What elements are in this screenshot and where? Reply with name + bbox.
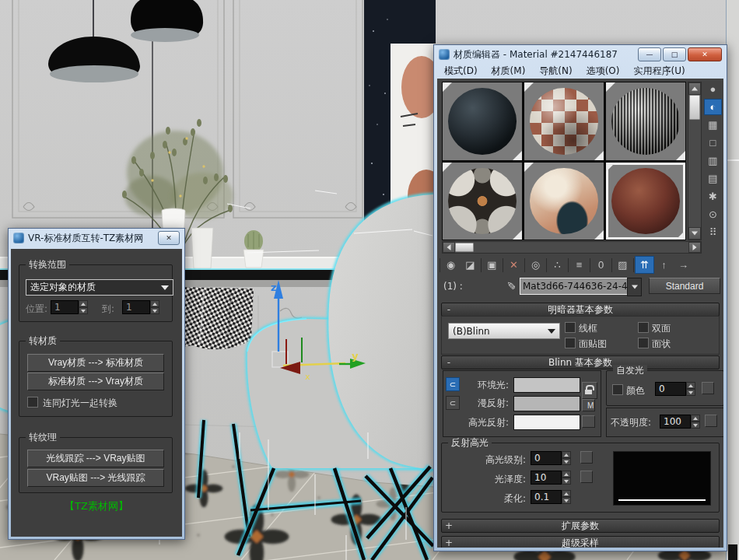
video-color-check-button[interactable]: ▥ bbox=[704, 152, 722, 169]
material-name-dropdown[interactable] bbox=[627, 278, 642, 296]
opacity-spinner[interactable]: 100 bbox=[660, 415, 700, 429]
color-group: ⊂ ⊂ 环境光: 漫反射: 高光反射: M bbox=[443, 370, 601, 437]
two-sided-checkbox[interactable] bbox=[638, 322, 649, 333]
scroll-up-button[interactable] bbox=[688, 82, 701, 95]
face-map-checkbox[interactable] bbox=[565, 338, 576, 348]
menu-options[interactable]: 选项(O) bbox=[580, 65, 627, 78]
pick-material-eyedropper[interactable]: ✐ bbox=[505, 276, 519, 295]
to-stepper[interactable] bbox=[150, 300, 159, 314]
position-field[interactable]: 1 bbox=[51, 300, 79, 314]
show-end-result-button[interactable]: ⇈ bbox=[635, 256, 654, 274]
generate-preview-button[interactable]: ▤ bbox=[704, 170, 722, 187]
to-spinner[interactable]: 1 bbox=[122, 300, 159, 314]
sample-type-button[interactable]: ● bbox=[704, 81, 722, 97]
options-button[interactable]: ✱ bbox=[704, 188, 722, 205]
self-illum-stepper[interactable] bbox=[686, 382, 695, 396]
opacity-stepper[interactable] bbox=[691, 415, 700, 429]
scroll-right-button[interactable] bbox=[688, 242, 701, 253]
position-spinner[interactable]: 1 bbox=[51, 300, 88, 314]
material-slot-2[interactable] bbox=[524, 82, 604, 160]
scroll-left-button[interactable] bbox=[443, 242, 455, 253]
tz-site-link[interactable]: 【TZ素材网】 bbox=[11, 499, 182, 513]
rollout-supersampling[interactable]: + 超级采样 bbox=[441, 536, 720, 548]
glossiness-stepper[interactable] bbox=[562, 471, 571, 485]
soften-field[interactable]: 0.1 bbox=[531, 490, 562, 504]
diffuse-specular-lock-button[interactable]: ⊂ bbox=[446, 396, 460, 410]
scroll-thumb[interactable] bbox=[689, 95, 700, 120]
material-id-channel-button[interactable]: 0 bbox=[591, 256, 611, 274]
slots-horizontal-scrollbar[interactable] bbox=[442, 241, 702, 254]
show-map-in-viewport-button[interactable]: ▨ bbox=[613, 256, 632, 274]
glossiness-field[interactable]: 10 bbox=[531, 471, 562, 485]
specular-map-button[interactable] bbox=[582, 415, 595, 428]
ambient-color-swatch[interactable] bbox=[513, 377, 580, 393]
sample-uv-tiling-button[interactable]: □ bbox=[704, 135, 722, 151]
menu-mode[interactable]: 模式(D) bbox=[437, 65, 485, 78]
wire-checkbox[interactable] bbox=[565, 322, 576, 333]
diffuse-map-button[interactable]: M bbox=[582, 399, 595, 411]
assign-material-to-selection-button[interactable]: ▣ bbox=[482, 256, 502, 274]
make-unique-button[interactable]: ∴ bbox=[548, 256, 567, 274]
faceted-checkbox[interactable] bbox=[638, 338, 649, 348]
vray-to-standard-button[interactable]: Vray材质 ---> 标准材质 bbox=[27, 354, 164, 372]
convert-lights-checkbox[interactable] bbox=[27, 397, 38, 408]
menu-navigation[interactable]: 导航(N) bbox=[532, 65, 579, 78]
menu-material[interactable]: 材质(M) bbox=[485, 65, 533, 78]
material-slot-6-active[interactable] bbox=[606, 163, 685, 240]
select-by-material-button[interactable]: ⊙ bbox=[704, 206, 722, 222]
material-type-button[interactable]: Standard bbox=[649, 278, 720, 294]
minimize-button[interactable]: — bbox=[638, 47, 661, 61]
go-forward-sibling-button[interactable]: → bbox=[674, 256, 693, 274]
backlight-button[interactable]: ◐ bbox=[704, 99, 722, 115]
glossiness-spinner[interactable]: 10 bbox=[531, 471, 571, 485]
rollout-extended-params[interactable]: + 扩展参数 bbox=[441, 519, 720, 533]
specular-level-field[interactable]: 0 bbox=[531, 451, 562, 465]
material-name-input[interactable]: Mat3d66-744636-24-4184 bbox=[520, 278, 633, 295]
lock-icon[interactable] bbox=[582, 382, 597, 399]
slots-vertical-scrollbar[interactable] bbox=[688, 82, 702, 240]
material-slot-1[interactable] bbox=[443, 82, 522, 160]
standard-to-vray-button[interactable]: 标准材质 ---> Vray材质 bbox=[27, 373, 164, 390]
go-to-parent-button[interactable]: ↑ bbox=[654, 256, 674, 274]
diffuse-color-swatch[interactable] bbox=[513, 396, 580, 411]
shader-type-dropdown[interactable]: (B)Blinn bbox=[448, 323, 560, 339]
background-button[interactable]: ▦ bbox=[704, 117, 722, 133]
dialog-titlebar[interactable]: VR-标准材质互转-TZ素材网 ✕ bbox=[9, 229, 184, 247]
range-dropdown[interactable]: 选定对象的材质 bbox=[26, 279, 173, 296]
material-slot-5[interactable] bbox=[524, 163, 604, 240]
specular-color-swatch[interactable] bbox=[513, 415, 580, 430]
rollout-blinn-basic-params[interactable]: - Blinn 基本参数 bbox=[441, 355, 720, 369]
put-to-library-button[interactable]: ≡ bbox=[569, 256, 589, 274]
vraymap-to-raytrace-button[interactable]: VRay贴图 ---> 光线跟踪 bbox=[27, 469, 164, 487]
maximize-button[interactable]: □ bbox=[663, 47, 686, 61]
opacity-map-button[interactable] bbox=[705, 415, 717, 427]
specular-level-stepper[interactable] bbox=[562, 451, 571, 465]
soften-spinner[interactable]: 0.1 bbox=[531, 490, 571, 504]
specular-level-map-button[interactable] bbox=[580, 451, 593, 464]
scroll-down-button[interactable] bbox=[688, 227, 701, 240]
position-stepper[interactable] bbox=[79, 300, 88, 314]
material-map-navigator-button[interactable]: ⠿ bbox=[704, 224, 722, 240]
rollout-shader-basic-params[interactable]: - 明暗器基本参数 bbox=[441, 303, 720, 317]
material-slot-3[interactable] bbox=[606, 82, 685, 160]
specular-level-spinner[interactable]: 0 bbox=[531, 451, 571, 465]
self-illum-color-checkbox[interactable] bbox=[612, 384, 623, 395]
self-illum-map-button[interactable] bbox=[702, 382, 714, 394]
put-material-to-scene-button[interactable]: ◪ bbox=[461, 256, 480, 274]
ambient-diffuse-lock-button[interactable]: ⊂ bbox=[446, 377, 460, 391]
self-illum-spinner[interactable]: 0 bbox=[655, 382, 695, 396]
glossiness-map-button[interactable] bbox=[580, 471, 593, 483]
menu-utilities[interactable]: 实用程序(U) bbox=[626, 65, 692, 78]
dialog-close-button[interactable]: ✕ bbox=[158, 231, 180, 245]
material-slot-4[interactable] bbox=[443, 163, 522, 240]
close-button[interactable]: ✕ bbox=[688, 47, 722, 61]
scroll-thumb-h[interactable] bbox=[455, 243, 474, 252]
to-field[interactable]: 1 bbox=[122, 300, 150, 314]
get-material-button[interactable]: ◉ bbox=[441, 256, 461, 274]
opacity-field[interactable]: 100 bbox=[660, 415, 691, 429]
raytrace-to-vraymap-button[interactable]: 光线跟踪 ---> VRay贴图 bbox=[27, 450, 164, 467]
self-illum-field[interactable]: 0 bbox=[655, 382, 686, 396]
soften-stepper[interactable] bbox=[562, 490, 571, 504]
reset-map-button[interactable]: ✕ bbox=[504, 256, 524, 274]
make-material-copy-button[interactable]: ◎ bbox=[526, 256, 545, 274]
